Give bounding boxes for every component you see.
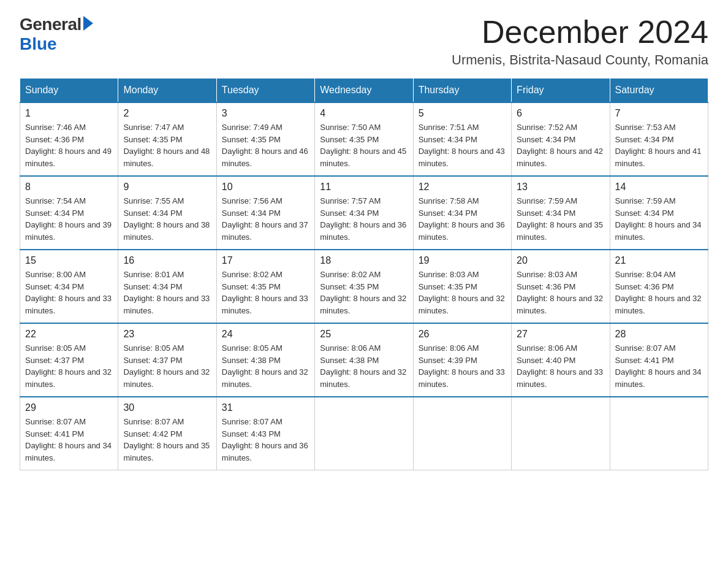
- day-number: 28: [615, 329, 703, 340]
- day-number: 14: [615, 182, 703, 193]
- calendar-table: Sunday Monday Tuesday Wednesday Thursday…: [20, 78, 708, 470]
- day-info: Sunrise: 8:03 AMSunset: 4:36 PMDaylight:…: [517, 269, 604, 316]
- table-row: 23Sunrise: 8:05 AMSunset: 4:37 PMDayligh…: [118, 323, 216, 397]
- col-wednesday: Wednesday: [315, 79, 413, 103]
- day-number: 7: [615, 108, 703, 119]
- col-thursday: Thursday: [413, 79, 511, 103]
- table-row: 2Sunrise: 7:47 AMSunset: 4:35 PMDaylight…: [118, 102, 216, 176]
- day-number: 24: [222, 329, 309, 340]
- day-number: 18: [320, 255, 408, 266]
- day-number: 30: [123, 402, 211, 413]
- table-row: 20Sunrise: 8:03 AMSunset: 4:36 PMDayligh…: [512, 250, 610, 323]
- day-number: 22: [25, 329, 113, 340]
- table-row: 6Sunrise: 7:52 AMSunset: 4:34 PMDaylight…: [512, 102, 610, 176]
- day-info: Sunrise: 8:05 AMSunset: 4:38 PMDaylight:…: [222, 342, 309, 390]
- day-info: Sunrise: 8:07 AMSunset: 4:42 PMDaylight:…: [123, 416, 211, 464]
- calendar-header-row: Sunday Monday Tuesday Wednesday Thursday…: [20, 79, 708, 103]
- day-info: Sunrise: 8:02 AMSunset: 4:35 PMDaylight:…: [320, 269, 408, 316]
- day-number: 2: [123, 108, 211, 119]
- table-row: 19Sunrise: 8:03 AMSunset: 4:35 PMDayligh…: [413, 250, 511, 323]
- day-number: 23: [123, 329, 211, 340]
- table-row: 13Sunrise: 7:59 AMSunset: 4:34 PMDayligh…: [512, 176, 610, 250]
- table-row: 21Sunrise: 8:04 AMSunset: 4:36 PMDayligh…: [610, 250, 708, 323]
- calendar-week-3: 15Sunrise: 8:00 AMSunset: 4:34 PMDayligh…: [20, 250, 708, 323]
- logo: General Blue: [20, 15, 93, 54]
- day-number: 31: [222, 402, 309, 413]
- table-row: 26Sunrise: 8:06 AMSunset: 4:39 PMDayligh…: [413, 323, 511, 397]
- table-row: 30Sunrise: 8:07 AMSunset: 4:42 PMDayligh…: [118, 397, 216, 470]
- table-row: 22Sunrise: 8:05 AMSunset: 4:37 PMDayligh…: [20, 323, 118, 397]
- table-row: 10Sunrise: 7:56 AMSunset: 4:34 PMDayligh…: [216, 176, 314, 250]
- day-number: 11: [320, 182, 408, 193]
- col-saturday: Saturday: [610, 79, 708, 103]
- day-number: 29: [25, 402, 113, 413]
- day-number: 21: [615, 255, 703, 266]
- table-row: 7Sunrise: 7:53 AMSunset: 4:34 PMDaylight…: [610, 102, 708, 176]
- calendar-week-2: 8Sunrise: 7:54 AMSunset: 4:34 PMDaylight…: [20, 176, 708, 250]
- day-number: 8: [25, 182, 113, 193]
- table-row: 25Sunrise: 8:06 AMSunset: 4:38 PMDayligh…: [315, 323, 413, 397]
- day-info: Sunrise: 8:06 AMSunset: 4:38 PMDaylight:…: [320, 342, 408, 390]
- day-number: 26: [419, 329, 506, 340]
- table-row: 27Sunrise: 8:06 AMSunset: 4:40 PMDayligh…: [512, 323, 610, 397]
- day-info: Sunrise: 7:49 AMSunset: 4:35 PMDaylight:…: [222, 121, 309, 169]
- calendar-week-5: 29Sunrise: 8:07 AMSunset: 4:41 PMDayligh…: [20, 397, 708, 470]
- day-info: Sunrise: 7:50 AMSunset: 4:35 PMDaylight:…: [320, 121, 408, 169]
- table-row: [315, 397, 413, 470]
- table-row: [413, 397, 511, 470]
- day-number: 12: [419, 182, 506, 193]
- day-number: 3: [222, 108, 309, 119]
- table-row: 31Sunrise: 8:07 AMSunset: 4:43 PMDayligh…: [216, 397, 314, 470]
- day-number: 13: [517, 182, 604, 193]
- col-tuesday: Tuesday: [216, 79, 314, 103]
- day-info: Sunrise: 7:59 AMSunset: 4:34 PMDaylight:…: [517, 195, 604, 243]
- day-info: Sunrise: 8:03 AMSunset: 4:35 PMDaylight:…: [419, 269, 506, 316]
- table-row: 5Sunrise: 7:51 AMSunset: 4:34 PMDaylight…: [413, 102, 511, 176]
- table-row: 15Sunrise: 8:00 AMSunset: 4:34 PMDayligh…: [20, 250, 118, 323]
- title-block: December 2024 Urmenis, Bistrita-Nasaud C…: [452, 15, 708, 68]
- table-row: 4Sunrise: 7:50 AMSunset: 4:35 PMDaylight…: [315, 102, 413, 176]
- table-row: 18Sunrise: 8:02 AMSunset: 4:35 PMDayligh…: [315, 250, 413, 323]
- table-row: 3Sunrise: 7:49 AMSunset: 4:35 PMDaylight…: [216, 102, 314, 176]
- table-row: [512, 397, 610, 470]
- logo-general-text: General: [20, 15, 82, 34]
- col-monday: Monday: [118, 79, 216, 103]
- day-info: Sunrise: 7:47 AMSunset: 4:35 PMDaylight:…: [123, 121, 211, 169]
- day-number: 15: [25, 255, 113, 266]
- day-number: 4: [320, 108, 408, 119]
- table-row: 8Sunrise: 7:54 AMSunset: 4:34 PMDaylight…: [20, 176, 118, 250]
- day-number: 9: [123, 182, 211, 193]
- day-info: Sunrise: 7:51 AMSunset: 4:34 PMDaylight:…: [419, 121, 506, 169]
- table-row: 11Sunrise: 7:57 AMSunset: 4:34 PMDayligh…: [315, 176, 413, 250]
- day-info: Sunrise: 8:07 AMSunset: 4:41 PMDaylight:…: [25, 416, 113, 464]
- table-row: 28Sunrise: 8:07 AMSunset: 4:41 PMDayligh…: [610, 323, 708, 397]
- logo-triangle-icon: [83, 16, 93, 31]
- day-info: Sunrise: 8:02 AMSunset: 4:35 PMDaylight:…: [222, 269, 309, 316]
- day-info: Sunrise: 8:04 AMSunset: 4:36 PMDaylight:…: [615, 269, 703, 316]
- table-row: [610, 397, 708, 470]
- day-number: 19: [419, 255, 506, 266]
- calendar-week-1: 1Sunrise: 7:46 AMSunset: 4:36 PMDaylight…: [20, 102, 708, 176]
- day-info: Sunrise: 7:57 AMSunset: 4:34 PMDaylight:…: [320, 195, 408, 243]
- day-info: Sunrise: 7:52 AMSunset: 4:34 PMDaylight:…: [517, 121, 604, 169]
- day-number: 16: [123, 255, 211, 266]
- table-row: 24Sunrise: 8:05 AMSunset: 4:38 PMDayligh…: [216, 323, 314, 397]
- day-info: Sunrise: 8:07 AMSunset: 4:43 PMDaylight:…: [222, 416, 309, 464]
- day-info: Sunrise: 7:55 AMSunset: 4:34 PMDaylight:…: [123, 195, 211, 243]
- day-info: Sunrise: 7:53 AMSunset: 4:34 PMDaylight:…: [615, 121, 703, 169]
- day-info: Sunrise: 8:00 AMSunset: 4:34 PMDaylight:…: [25, 269, 113, 316]
- location-title: Urmenis, Bistrita-Nasaud County, Romania: [452, 52, 708, 68]
- calendar-week-4: 22Sunrise: 8:05 AMSunset: 4:37 PMDayligh…: [20, 323, 708, 397]
- day-number: 1: [25, 108, 113, 119]
- table-row: 1Sunrise: 7:46 AMSunset: 4:36 PMDaylight…: [20, 102, 118, 176]
- day-number: 17: [222, 255, 309, 266]
- table-row: 14Sunrise: 7:59 AMSunset: 4:34 PMDayligh…: [610, 176, 708, 250]
- month-title: December 2024: [452, 15, 708, 50]
- day-info: Sunrise: 8:06 AMSunset: 4:39 PMDaylight:…: [419, 342, 506, 390]
- day-number: 6: [517, 108, 604, 119]
- day-number: 5: [419, 108, 506, 119]
- day-info: Sunrise: 8:01 AMSunset: 4:34 PMDaylight:…: [123, 269, 211, 316]
- day-info: Sunrise: 7:59 AMSunset: 4:34 PMDaylight:…: [615, 195, 703, 243]
- day-info: Sunrise: 7:58 AMSunset: 4:34 PMDaylight:…: [419, 195, 506, 243]
- day-info: Sunrise: 8:06 AMSunset: 4:40 PMDaylight:…: [517, 342, 604, 390]
